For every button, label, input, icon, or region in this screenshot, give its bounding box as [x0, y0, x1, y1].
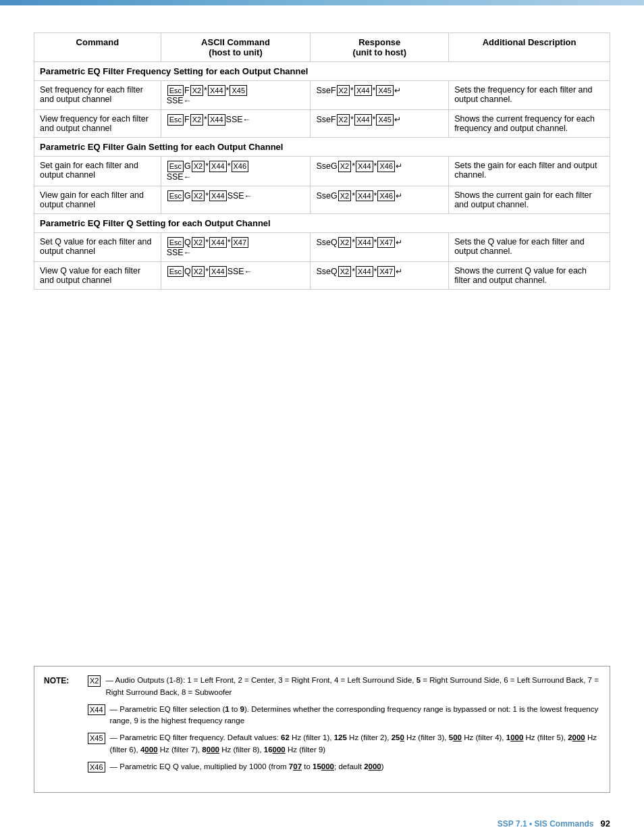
cmd-description: Sets the frequency for each filter and o… [449, 81, 610, 110]
cmd-response: SseFX2*X44*X45↵ [311, 110, 449, 138]
cmd-ascii: EscGX2*X44*X46 SSE← [161, 157, 311, 186]
spacer [34, 303, 610, 666]
section-q: Parametric EQ Filter Q Setting for each … [34, 213, 610, 232]
note-item-x2: X2 — Audio Outputs (1-8): 1 = Left Front… [87, 675, 600, 698]
cmd-label: View gain for each filter and output cha… [34, 186, 161, 213]
table-row: Set Q value for each filter and output c… [34, 232, 610, 261]
col-header-ascii: ASCII Command(host to unit) [161, 33, 311, 62]
cmd-response: SseFX2*X44*X45↵ [311, 81, 449, 110]
cmd-label: Set frequency for each filter and output… [34, 81, 161, 110]
cmd-ascii: EscFX2*X44*X45 SSE← [161, 81, 311, 110]
cmd-label: View Q value for each filter and output … [34, 261, 161, 289]
section-frequency: Parametric EQ Filter Frequency Setting f… [34, 62, 610, 81]
cmd-description: Sets the gain for each filter and output… [449, 157, 610, 186]
cmd-ascii: EscFX2*X44SSE← [161, 110, 311, 138]
cmd-ascii: EscQX2*X44*X47 SSE← [161, 232, 311, 261]
note-label: NOTE: [44, 675, 84, 687]
footer-bar: SSP 7.1 • SIS Commands 92 [0, 813, 644, 834]
top-bar [0, 0, 644, 5]
cmd-ascii: EscGX2*X44SSE← [161, 186, 311, 213]
cmd-response: SseGX2*X44*X46↵ [311, 186, 449, 213]
note-row-header: NOTE: X2 — Audio Outputs (1-8): 1 = Left… [44, 675, 600, 779]
cmd-response: SseGX2*X44*X46↵ [311, 157, 449, 186]
table-row: Set frequency for each filter and output… [34, 81, 610, 110]
note-text-x45: — Parametric EQ filter frequency. Defaul… [110, 732, 600, 756]
section-gain: Parametric EQ Filter Gain Setting for ea… [34, 138, 610, 157]
note-content: X2 — Audio Outputs (1-8): 1 = Left Front… [87, 675, 600, 779]
note-text-x44: — Parametric EQ filter selection (1 to 9… [110, 704, 600, 727]
col-header-command: Command [34, 33, 161, 62]
note-text-x46: — Parametric EQ Q value, multiplied by 1… [110, 761, 384, 773]
cmd-description: Shows the current gain for each filter a… [449, 186, 610, 213]
table-row: Set gain for each filter and output chan… [34, 157, 610, 186]
note-item-x45: X45 — Parametric EQ filter frequency. De… [87, 732, 600, 756]
page-number: 92 [601, 818, 610, 829]
cmd-label: Set gain for each filter and output chan… [34, 157, 161, 186]
footer-title: SSP 7.1 • SIS Commands [498, 819, 594, 829]
commands-table: Command ASCII Command(host to unit) Resp… [34, 32, 610, 290]
cmd-response: SseQX2*X44*X47↵ [311, 261, 449, 289]
table-row: View gain for each filter and output cha… [34, 186, 610, 213]
cmd-description: Shows the current frequency for each fre… [449, 110, 610, 138]
col-header-desc: Additional Description [449, 33, 610, 62]
content-area: Command ASCII Command(host to unit) Resp… [0, 5, 644, 813]
cmd-ascii: EscQX2*X44SSE← [161, 261, 311, 289]
page-wrapper: Command ASCII Command(host to unit) Resp… [0, 0, 644, 834]
cmd-response: SseQX2*X44*X47↵ [311, 232, 449, 261]
note-item-x44: X44 — Parametric EQ filter selection (1 … [87, 704, 600, 727]
table-row: View Q value for each filter and output … [34, 261, 610, 289]
col-header-response: Response(unit to host) [311, 33, 449, 62]
note-text-x2: — Audio Outputs (1-8): 1 = Left Front, 2… [105, 675, 600, 698]
cmd-description: Sets the Q value for each filter and out… [449, 232, 610, 261]
notes-area: NOTE: X2 — Audio Outputs (1-8): 1 = Left… [34, 666, 610, 793]
cmd-label: Set Q value for each filter and output c… [34, 232, 161, 261]
table-row: View frequency for each filter and outpu… [34, 110, 610, 138]
cmd-label: View frequency for each filter and outpu… [34, 110, 161, 138]
cmd-description: Shows the current Q value for each filte… [449, 261, 610, 289]
note-item-x46: X46 — Parametric EQ Q value, multiplied … [87, 761, 600, 773]
